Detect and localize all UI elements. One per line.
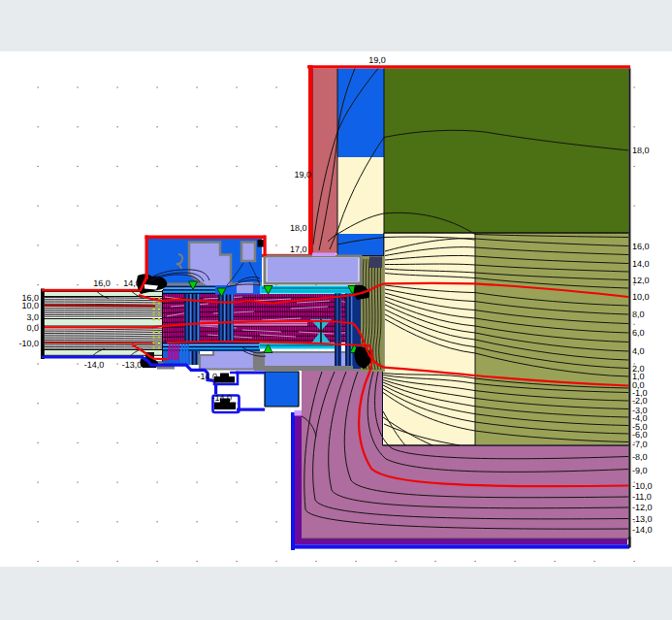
svg-text:-14,0: -14,0 — [632, 525, 653, 535]
svg-text:18,0: 18,0 — [290, 223, 307, 233]
svg-text:-13,0: -13,0 — [122, 360, 143, 370]
svg-text:6,0: 6,0 — [632, 328, 645, 338]
svg-text:16,0: 16,0 — [93, 278, 111, 288]
svg-text:18,0: 18,0 — [632, 146, 650, 155]
svg-text:10,0: 10,0 — [632, 292, 650, 302]
svg-text:4,0: 4,0 — [632, 346, 645, 356]
svg-text:-13,0: -13,0 — [632, 514, 653, 524]
svg-text:19,0: 19,0 — [294, 170, 311, 179]
svg-text:12,0: 12,0 — [632, 276, 650, 285]
svg-text:3,0: 3,0 — [26, 312, 39, 322]
svg-text:-7,0: -7,0 — [632, 440, 648, 449]
svg-text:-14,0: -14,0 — [211, 393, 232, 403]
svg-text:16,0: 16,0 — [632, 242, 650, 251]
svg-text:14,0: 14,0 — [123, 278, 141, 288]
svg-text:10,0: 10,0 — [21, 301, 39, 310]
svg-text:8,0: 8,0 — [632, 310, 645, 319]
svg-text:17,0: 17,0 — [290, 245, 307, 254]
svg-text:-14,0: -14,0 — [84, 360, 105, 370]
svg-text:-6,0: -6,0 — [632, 430, 648, 440]
svg-text:-10,0: -10,0 — [18, 339, 39, 348]
svg-text:-12,0: -12,0 — [632, 503, 653, 512]
svg-text:-11,0: -11,0 — [632, 492, 652, 502]
svg-text:-10,0: -10,0 — [632, 481, 653, 491]
svg-text:-9,0: -9,0 — [632, 466, 648, 475]
svg-text:-8,0: -8,0 — [632, 452, 648, 462]
svg-text:19,0: 19,0 — [368, 55, 386, 65]
svg-text:14,0: 14,0 — [632, 259, 650, 269]
svg-text:-2,0: -2,0 — [632, 396, 648, 406]
svg-text:0,0: 0,0 — [26, 323, 39, 333]
svg-text:-14,0: -14,0 — [197, 372, 217, 381]
